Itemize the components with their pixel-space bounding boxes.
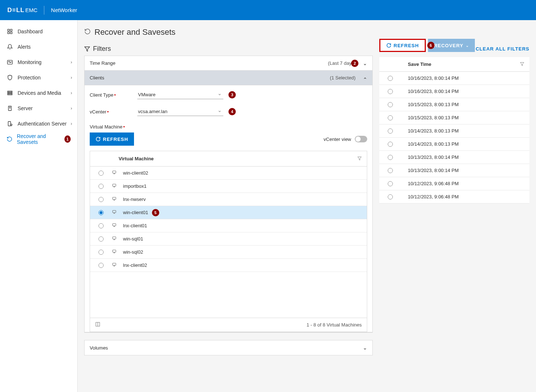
vm-radio[interactable] — [98, 263, 104, 268]
columns-icon[interactable] — [95, 322, 100, 328]
vm-column-header: Virtual Machine — [112, 156, 154, 161]
nav-label: Authentication Server — [18, 121, 67, 127]
refresh-button[interactable]: REFRESH — [379, 39, 426, 52]
save-time-radio[interactable] — [388, 168, 393, 173]
vm-row[interactable]: win-client02 — [90, 167, 367, 180]
save-time-radio[interactable] — [388, 194, 393, 199]
chevron-right-icon: › — [71, 60, 72, 65]
save-time-row[interactable]: 10/15/2023, 8:00:13 PM — [379, 98, 529, 111]
svg-rect-37 — [113, 263, 116, 265]
sidebar: DashboardAlertsMonitoring›Protection›Dev… — [0, 20, 78, 392]
svg-rect-0 — [8, 29, 10, 31]
save-time-radio[interactable] — [388, 102, 393, 107]
save-time-filter-icon[interactable] — [520, 61, 524, 68]
annotation-badge-4: 4 — [228, 108, 236, 115]
page-title: Recover and Savesets — [84, 27, 529, 37]
client-type-select[interactable] — [137, 90, 223, 99]
save-time-value: 10/16/2023, 8:00:14 PM — [401, 75, 459, 81]
vm-radio[interactable] — [98, 210, 104, 215]
vcenter-view-toggle[interactable] — [355, 136, 367, 142]
sidebar-item-devices-and-media[interactable]: Devices and Media› — [0, 85, 77, 101]
vm-name: win-client02 — [123, 170, 148, 176]
vm-row[interactable]: importbox1 — [90, 180, 367, 193]
vm-icon — [112, 170, 123, 176]
vm-row[interactable]: win-sql01 — [90, 232, 367, 246]
brand-product: NetWorker — [51, 7, 77, 13]
nav-label: Protection — [18, 75, 41, 81]
save-time-radio[interactable] — [388, 155, 393, 160]
svg-rect-6 — [8, 93, 12, 94]
vm-radio[interactable] — [98, 171, 104, 176]
sidebar-item-authentication-server[interactable]: Authentication Server› — [0, 116, 77, 131]
vm-icon — [112, 183, 123, 189]
grid-icon — [7, 29, 13, 34]
save-time-radio[interactable] — [388, 142, 393, 147]
save-time-radio[interactable] — [388, 181, 393, 186]
annotation-badge-1: 1 — [64, 135, 71, 143]
annotation-badge-6: 6 — [427, 42, 435, 49]
vm-radio[interactable] — [98, 236, 104, 242]
svg-rect-3 — [10, 32, 12, 34]
save-time-row[interactable]: 10/14/2023, 8:00:13 PM — [379, 124, 529, 138]
volumes-label: Volumes — [90, 345, 108, 351]
save-time-radio[interactable] — [388, 115, 393, 120]
save-time-value: 10/15/2023, 8:00:13 PM — [401, 102, 459, 107]
recovery-button[interactable]: 6 RECOVERY ⌄ — [428, 39, 474, 52]
sidebar-item-monitoring[interactable]: Monitoring› — [0, 55, 77, 70]
sidebar-item-alerts[interactable]: Alerts — [0, 39, 77, 55]
vm-radio[interactable] — [98, 250, 104, 255]
vm-table: Virtual Machine win-client02importbox1ln… — [90, 151, 367, 332]
vm-radio[interactable] — [98, 184, 104, 189]
save-time-row[interactable]: 10/12/2023, 9:06:48 PM — [379, 177, 529, 190]
vm-radio[interactable] — [98, 197, 104, 202]
clients-accordion[interactable]: Clients (1 Selected) ⌄ — [85, 71, 372, 85]
save-time-row[interactable]: 10/13/2023, 8:00:14 PM — [379, 164, 529, 177]
save-time-radio[interactable] — [388, 89, 393, 94]
refresh-icon — [386, 43, 391, 48]
vm-radio[interactable] — [98, 223, 104, 228]
chevron-right-icon: › — [71, 106, 72, 111]
svg-rect-31 — [113, 237, 116, 239]
refresh-icon — [96, 137, 101, 142]
time-range-accordion[interactable]: Time Range (Last 7 days) 2 ⌄ — [85, 56, 372, 71]
client-type-label: Client Type• — [90, 92, 137, 98]
save-time-value: 10/12/2023, 9:06:48 PM — [401, 194, 459, 199]
vm-filter-icon[interactable] — [357, 156, 362, 162]
vm-refresh-button[interactable]: REFRESH — [90, 132, 134, 146]
vm-row[interactable]: lnx-client02 — [90, 259, 367, 272]
sidebar-item-protection[interactable]: Protection› — [0, 70, 77, 85]
save-time-row[interactable]: 10/12/2023, 9:06:48 PM — [379, 190, 529, 204]
vm-name: win-sql02 — [123, 249, 143, 255]
save-time-radio[interactable] — [388, 76, 393, 81]
brand-emc: EMC — [25, 7, 37, 13]
chevron-up-icon: ⌄ — [363, 76, 367, 82]
save-time-row[interactable]: 10/13/2023, 8:00:14 PM — [379, 151, 529, 164]
save-time-radio[interactable] — [388, 128, 393, 134]
vm-row[interactable]: win-sql02 — [90, 246, 367, 259]
save-time-value: 10/14/2023, 8:00:13 PM — [401, 128, 459, 134]
vm-icon — [112, 236, 123, 242]
chevron-down-icon: ⌄ — [363, 345, 367, 351]
svg-marker-15 — [358, 157, 361, 160]
sidebar-item-dashboard[interactable]: Dashboard — [0, 24, 77, 39]
sidebar-item-server[interactable]: Server› — [0, 101, 77, 116]
vm-row[interactable]: win-client015 — [90, 206, 367, 219]
annotation-badge-5: 5 — [152, 209, 159, 216]
nav-label: Monitoring — [18, 59, 41, 65]
volumes-accordion[interactable]: Volumes ⌄ — [85, 340, 372, 355]
save-time-row[interactable]: 10/16/2023, 8:00:14 PM — [379, 85, 529, 98]
svg-marker-14 — [85, 47, 89, 51]
save-time-value: 10/13/2023, 8:00:14 PM — [401, 154, 459, 160]
svg-rect-1 — [10, 29, 12, 31]
vm-row[interactable]: lnx-nwserv — [90, 193, 367, 206]
svg-rect-19 — [113, 184, 116, 186]
vcenter-select[interactable] — [137, 107, 223, 116]
save-time-row[interactable]: 10/16/2023, 8:00:14 PM — [379, 72, 529, 85]
clients-body: Client Type• 3 vCenter• 4 Virtual Machin… — [85, 85, 372, 332]
svg-rect-16 — [113, 171, 116, 173]
vm-row[interactable]: lnx-client01 — [90, 219, 367, 232]
chevron-right-icon: › — [71, 121, 72, 126]
sidebar-item-recover-and-savesets[interactable]: Recover and Savesets1 — [0, 131, 77, 147]
save-time-row[interactable]: 10/14/2023, 8:00:13 PM — [379, 138, 529, 151]
save-time-row[interactable]: 10/15/2023, 8:00:13 PM — [379, 111, 529, 124]
